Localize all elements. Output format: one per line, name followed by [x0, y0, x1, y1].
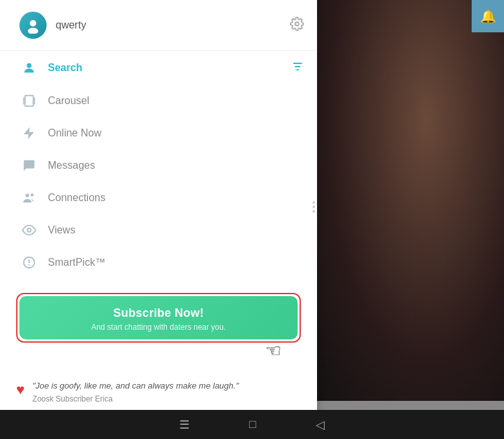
- android-home-button[interactable]: □: [245, 414, 260, 435]
- nav-item-search[interactable]: Search: [0, 51, 317, 85]
- heart-icon: ♥: [16, 381, 25, 398]
- eye-icon: [19, 223, 39, 237]
- cursor-wrap: ☞: [16, 340, 301, 361]
- nav-item-carousel[interactable]: Carousel: [0, 85, 317, 117]
- svg-rect-8: [23, 98, 25, 105]
- photo-overlay: [310, 0, 504, 401]
- subscribe-title: Subscribe Now!: [26, 306, 291, 320]
- android-navbar: ☰ □ ◁: [0, 410, 504, 439]
- testimonial-text: "Joe is goofy, like me, and can always m…: [32, 380, 301, 403]
- nav-item-connections[interactable]: Connections: [0, 182, 317, 214]
- nav-list: Search Carou: [0, 51, 317, 286]
- svg-point-11: [30, 193, 34, 197]
- smartpick-icon: [19, 255, 39, 270]
- subscribe-box-wrapper: Subscribe Now! And start chatting with d…: [16, 293, 301, 343]
- testimonial-author: Zoosk Subscriber Erica: [32, 394, 301, 403]
- views-label: Views: [48, 224, 75, 236]
- gear-icon[interactable]: [290, 17, 304, 34]
- bell-panel: 🔔: [472, 0, 504, 32]
- android-back-button[interactable]: ◁: [312, 414, 329, 436]
- sidebar-header: qwerty: [0, 0, 317, 51]
- smartpick-label: SmartPick™: [48, 257, 105, 268]
- svg-point-1: [28, 28, 38, 34]
- svg-rect-9: [34, 98, 35, 105]
- testimonial-quote: "Joe is goofy, like me, and can always m…: [32, 380, 301, 392]
- subscribe-section: Subscribe Now! And start chatting with d…: [0, 286, 317, 374]
- connections-label: Connections: [48, 192, 105, 204]
- app-container: 🔔 qwerty: [0, 0, 504, 439]
- avatar-icon: [25, 17, 41, 34]
- svg-point-12: [27, 228, 31, 232]
- android-menu-button[interactable]: ☰: [175, 414, 193, 436]
- username-label: qwerty: [56, 19, 290, 31]
- svg-rect-7: [25, 96, 34, 107]
- hand-cursor-icon: ☞: [265, 340, 281, 361]
- search-label: Search: [48, 62, 82, 74]
- subscribe-button[interactable]: Subscribe Now! And start chatting with d…: [19, 296, 298, 339]
- people-icon: [19, 191, 39, 205]
- bell-icon[interactable]: 🔔: [480, 8, 496, 24]
- messages-label: Messages: [48, 160, 95, 171]
- nav-item-messages[interactable]: Messages: [0, 149, 317, 182]
- carousel-icon: [19, 94, 39, 108]
- avatar[interactable]: [19, 12, 47, 39]
- subscribe-subtitle: And start chatting with daters near you.: [26, 323, 291, 332]
- person-icon: [19, 61, 39, 75]
- svg-point-0: [30, 20, 36, 27]
- sidebar-panel: qwerty Search: [0, 0, 317, 414]
- filter-icon[interactable]: [291, 60, 304, 76]
- chat-icon: [19, 158, 39, 173]
- nav-item-smartpick[interactable]: SmartPick™: [0, 246, 317, 279]
- online-now-label: Online Now: [48, 127, 102, 139]
- carousel-label: Carousel: [48, 95, 89, 107]
- testimonial-section: ♥ "Joe is goofy, like me, and can always…: [0, 374, 317, 414]
- background-photo: [310, 0, 504, 401]
- nav-item-views[interactable]: Views: [0, 214, 317, 246]
- svg-point-2: [295, 22, 299, 26]
- lightning-icon: [19, 126, 39, 140]
- nav-item-online-now[interactable]: Online Now: [0, 117, 317, 149]
- svg-point-10: [26, 194, 30, 198]
- svg-point-3: [27, 63, 31, 68]
